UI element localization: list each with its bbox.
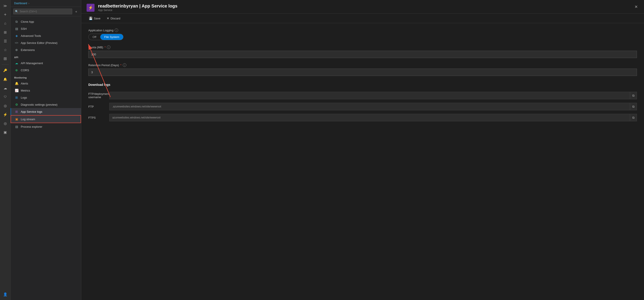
process-explorer-icon: ▤ [14, 125, 18, 129]
ssh-icon: ▤ [14, 27, 18, 31]
sidebar-item-extensions[interactable]: ⊕ Extensions [10, 46, 81, 53]
home-icon[interactable]: ⌂ [1, 19, 9, 27]
api-section-label: API [10, 53, 81, 59]
ftp-row: FTP ⧉ [88, 101, 637, 112]
sidebar-label-advanced-tools: Advanced Tools [21, 34, 41, 37]
sidebar-item-cors[interactable]: ⊕ CORS [10, 67, 81, 74]
retention-group: Retention Period (Days) * i [88, 63, 637, 76]
diagnostic-icon: ⚙ [14, 103, 18, 107]
new-resource-icon[interactable]: + [1, 10, 9, 18]
sidebar-item-diagnostic-settings[interactable]: ⚙ Diagnostic settings (preview) [10, 101, 81, 108]
sidebar-item-metrics[interactable]: 📈 Metrics [10, 87, 81, 94]
icon-bar: ≫ + ⌂ ⊞ ☰ ☆ ⊞ 🔑 🔔 ☁ 🛡 ◎ ⚡ ◎ ▣ 👤 [0, 0, 10, 300]
app-logging-label: Application Logging i [88, 28, 637, 32]
title-area: readbetterinbyryan | App Service logs Ap… [98, 3, 177, 12]
toggle-off-button[interactable]: Off [88, 34, 100, 40]
sidebar-label-api-management: API Management [21, 61, 43, 65]
metrics-icon: 📈 [14, 88, 18, 92]
sidebar-label-clone-app: Clone App [21, 20, 34, 23]
ftps-label: FTPS [88, 116, 96, 119]
page-header: ⚡ readbetterinbyryan | App Service logs … [81, 0, 644, 14]
advanced-tools-icon: ◈ [14, 34, 18, 38]
sidebar-search-row: 🔍 « [10, 7, 81, 16]
bell-icon[interactable]: 🔔 [1, 75, 9, 83]
sidebar-label-logs: Logs [21, 96, 27, 99]
key-icon[interactable]: 🔑 [1, 66, 9, 74]
ftps-input[interactable] [109, 114, 630, 121]
ftp-label: FTP [88, 105, 94, 108]
ftps-copy-button[interactable]: ⧉ [630, 114, 637, 121]
sidebar-item-advanced-tools[interactable]: ◈ Advanced Tools [10, 32, 81, 39]
page-subtitle: App Service [98, 8, 177, 12]
sidebar-item-alerts[interactable]: 🔔 Alerts [10, 80, 81, 87]
box-icon[interactable]: ▣ [1, 128, 9, 136]
sidebar-item-ssh[interactable]: ▤ SSH [10, 25, 81, 32]
all-services-icon[interactable]: ⊞ [1, 55, 9, 63]
logs-icon: ⊞ [14, 95, 18, 99]
sidebar-item-api-management[interactable]: ☁ API Management [10, 59, 81, 67]
sidebar-collapse-button[interactable]: « [74, 9, 78, 14]
sidebar-item-log-stream[interactable]: ▣ Log stream [10, 115, 81, 123]
app-icon: ⚡ [86, 4, 94, 12]
sidebar-label-diagnostic-settings: Diagnostic settings (preview) [21, 103, 58, 106]
circle-icon[interactable]: ◎ [1, 119, 9, 127]
sidebar-label-cors: CORS [21, 69, 29, 72]
menu-icon[interactable]: ☰ [1, 37, 9, 45]
save-button[interactable]: 💾 Save [86, 15, 103, 21]
app-logging-text: Application Logging [88, 29, 113, 32]
app-icon-symbol: ⚡ [88, 5, 93, 10]
ftps-row: FTPS ⧉ [88, 112, 637, 123]
sidebar-item-app-service-editor[interactable]: </> App Service Editor (Preview) [10, 39, 81, 46]
save-icon: 💾 [89, 16, 92, 20]
download-logs-table: FTP/deployment username ⧉ FTP [88, 90, 637, 123]
cloud-icon[interactable]: ☁ [1, 84, 9, 92]
monitoring-section-label: Monitoring [10, 74, 81, 80]
save-label: Save [94, 17, 100, 20]
log-stream-icon: ▣ [14, 117, 18, 121]
retention-input[interactable] [88, 69, 637, 76]
sidebar-label-log-stream: Log stream [21, 118, 35, 121]
sidebar-item-process-explorer[interactable]: ▤ Process explorer [10, 123, 81, 130]
sidebar-item-app-service-logs[interactable]: ⊞ App Service logs [10, 108, 81, 115]
user-icon[interactable]: 👤 [1, 290, 9, 298]
ftp-input[interactable] [109, 103, 630, 110]
retention-info-icon[interactable]: i [123, 63, 126, 67]
sidebar-label-app-editor: App Service Editor (Preview) [21, 41, 58, 44]
content-area: Application Logging i Off File System Qu… [81, 23, 644, 300]
monitor-icon[interactable]: ◎ [1, 102, 9, 110]
sidebar-item-clone-app[interactable]: ⧉ Clone App [10, 18, 81, 25]
sidebar-item-logs[interactable]: ⊞ Logs [10, 94, 81, 101]
breadcrumb-sep: › [28, 2, 29, 5]
page-title: readbetterinbyryan | App Service logs [98, 3, 177, 8]
discard-button[interactable]: ✕ Discard [104, 15, 122, 21]
puzzle-icon[interactable]: ⚡ [1, 110, 9, 118]
quota-info-icon[interactable]: i [107, 45, 110, 49]
ftp-user-copy-button[interactable]: ⧉ [630, 92, 637, 99]
search-input[interactable] [13, 8, 72, 14]
download-logs-group: Download logs FTP/deployment username ⧉ [88, 81, 637, 123]
main-panel: ⚡ readbetterinbyryan | App Service logs … [81, 0, 644, 300]
form-section: Application Logging i Off File System Qu… [88, 28, 637, 295]
retention-text: Retention Period (Days) [88, 63, 119, 67]
sidebar-label-alerts: Alerts [21, 82, 28, 85]
toggle-file-system-button[interactable]: File System [100, 34, 123, 40]
shield-icon[interactable]: 🛡 [1, 93, 9, 101]
expand-nav-icon[interactable]: ≫ [1, 2, 9, 10]
api-management-icon: ☁ [14, 61, 18, 65]
ftp-copy-button[interactable]: ⧉ [630, 103, 637, 110]
sidebar-label-metrics: Metrics [21, 89, 30, 92]
quota-input[interactable] [88, 51, 637, 58]
quota-text: Quota (MB) [88, 46, 103, 49]
ftp-user-input[interactable] [109, 92, 630, 99]
quota-label: Quota (MB) * i [88, 45, 637, 49]
sidebar-label-extensions: Extensions [21, 48, 35, 52]
retention-required: * [120, 63, 122, 67]
breadcrumb-dashboard[interactable]: Dashboard [14, 2, 27, 5]
sidebar-nav: ⧉ Clone App ▤ SSH ◈ Advanced Tools </> A… [10, 16, 81, 300]
ftp-user-row: FTP/deployment username ⧉ [88, 90, 637, 101]
dashboard-icon[interactable]: ⊞ [1, 28, 9, 36]
close-button[interactable]: ✕ [633, 3, 640, 10]
favorites-icon[interactable]: ☆ [1, 46, 9, 54]
breadcrumb: Dashboard › [10, 0, 81, 7]
app-logging-info-icon[interactable]: i [114, 28, 118, 32]
